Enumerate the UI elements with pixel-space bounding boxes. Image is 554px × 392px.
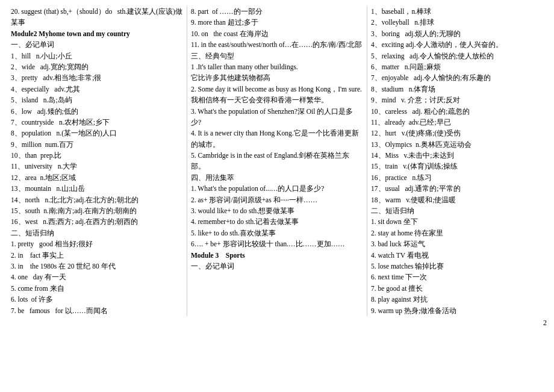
col2-usage-title: 四、用法集萃 xyxy=(191,172,363,183)
col1-entry-mountain: 13、mountain n.山;山岳 xyxy=(11,183,183,194)
col3-entry-careless: 10、careless adj. 粗心的;疏忽的 xyxy=(371,106,543,117)
col1-entry-countryside: 7、countryside n.农村地区;乡下 xyxy=(11,117,183,128)
col1-entry-south: 15、south n.南;南方;adj.在南方的;朝南的 xyxy=(11,205,183,216)
col2-entry-part: 8. part of ……的一部分 xyxy=(191,6,363,17)
col3-entry-warm: 18、warm v.使暖和;使温暖 xyxy=(371,194,543,205)
col2-vocab-title: 一、必记单词 xyxy=(191,261,363,272)
col3-phrases-title: 二、短语归纳 xyxy=(371,205,543,216)
col1-entry-island: 5、island n.岛;岛屿 xyxy=(11,95,183,105)
col1-entry-university: 11、university n.大学 xyxy=(11,161,183,172)
col3-entry-stadium: 8、stadium n.体育场 xyxy=(371,84,543,95)
col2-usage-4: 4. remember+to do sth.记着去做某事 xyxy=(191,216,363,227)
col3-entry-exciting: 4、exciting adj.令人激动的，使人兴奋的。 xyxy=(371,39,543,50)
page-number: 2 xyxy=(7,319,547,328)
col3-entry-hurt: 12、hurt v.(使)疼痛;(使)受伤 xyxy=(371,128,543,138)
col2-sentence-1b: 它比许多其他建筑物都高 xyxy=(191,72,363,83)
col1-phrases-title: 二、短语归纳 xyxy=(11,228,183,238)
col1-phrase-2: 2. in fact 事实上 xyxy=(11,250,183,261)
col1-entry-hill: 1、hill n.小山;小丘 xyxy=(11,51,183,61)
col3-entry-train: 15、train v.(体育)训练;操练 xyxy=(371,161,543,172)
col3-entry-baseball: 1、baseball，n.棒球 xyxy=(371,6,543,17)
col2-sentence-5: 5. Cambridge is in the east of England.剑… xyxy=(191,150,363,172)
col2-usage-6: 6…. + be+ 形容词比较级十 than.…比……更加…… xyxy=(191,238,363,249)
col2-entry-on-coast: 10. on the coast 在海岸边 xyxy=(191,28,363,39)
col1-entry-wide: 2、wide adj.宽的;宽阔的 xyxy=(11,61,183,72)
col3-entry-matter: 6、matter n.问题;麻烦 xyxy=(371,61,543,72)
col2-sentence-1a: 1 .It's taller than many other buildings… xyxy=(191,61,363,72)
col1-phrase-6: 6. lots of 许多 xyxy=(11,294,183,305)
col2-module3-title: Module 3 Sports xyxy=(191,250,363,261)
col1-entry-0: 20. suggest (that) sb,+（should）do sth.建议… xyxy=(11,6,183,28)
col3-phrase-1: 1. sit down 坐下 xyxy=(371,216,543,227)
col2-usage-3: 3. would like+ to do sth.想要做某事 xyxy=(191,205,363,216)
col3-phrase-4: 4. watch TV 看电视 xyxy=(371,250,543,261)
col1-phrase-1: 1. pretty good 相当好;很好 xyxy=(11,238,183,249)
col2-entry-more-than: 9. more than 超过;多于 xyxy=(191,17,363,28)
col1-phrase-3: 3. in the 1980s 在 20 世纪 80 年代 xyxy=(11,261,183,272)
col1-entry-north: 14、north n.北;北方;adj.在北方的;朝北的 xyxy=(11,194,183,205)
col3-phrase-3: 3. bad luck 坏运气 xyxy=(371,238,543,249)
col3-entry-volleyball: 2、volleyball n.排球 xyxy=(371,17,543,28)
col3-entry-usual: 17、usual adj.通常的;平常的 xyxy=(371,183,543,194)
col1-section-module2: Module2 Myhome town and my country xyxy=(11,28,183,39)
col3-entry-relaxing: 5、relaxing adj.令人愉悦的;使人放松的 xyxy=(371,51,543,61)
col1-entry-pretty: 3、pretty adv.相当地;非常;很 xyxy=(11,72,183,83)
col1-entry-million: 9、million num.百万 xyxy=(11,139,183,150)
column-1: 20. suggest (that) sb,+（should）do sth.建议… xyxy=(7,6,187,316)
col3-entry-olympics: 13、Olympics n.奥林匹克运动会 xyxy=(371,139,543,150)
col3-entry-enjoyable: 7、enjoyable adj.令人愉快的;有乐趣的 xyxy=(371,72,543,83)
col1-entry-than: 10、than prep.比 xyxy=(11,150,183,161)
col3-entry-boring: 3、boring adj.烦人的;无聊的 xyxy=(371,28,543,39)
col2-usage-5: 5. like+ to do sth.喜欢做某事 xyxy=(191,228,363,238)
col2-sentence-4: 4. It is a newer city than Hong Kong.它是一… xyxy=(191,128,363,150)
col2-sentences-title: 三、经典句型 xyxy=(191,51,363,61)
col3-entry-mind: 9、mind v. 介意；讨厌;反对 xyxy=(371,95,543,105)
col2-sentence-3: 3. What's the population of Shenzhen?深 O… xyxy=(191,106,363,128)
col3-phrase-5: 5. lose matches 输掉比赛 xyxy=(371,261,543,272)
col3-phrase-6: 6. next time 下一次 xyxy=(371,272,543,282)
col1-phrase-5: 5. come from 来自 xyxy=(11,283,183,294)
col1-vocab-title: 一、必记单词 xyxy=(11,39,183,50)
col2-sentence-2b: 我相信终有一天它会变得和香港一样繁华。 xyxy=(191,95,363,105)
col3-entry-already: 11、already adv.已经;早已 xyxy=(371,117,543,128)
col3-phrase-7: 7. be good at 擅长 xyxy=(371,283,543,294)
col1-entry-low: 6、low adj.矮的;低的 xyxy=(11,106,183,117)
col3-phrase-2: 2. stay at home 待在家里 xyxy=(371,228,543,238)
col1-entry-especially: 4、especially adv.尤其 xyxy=(11,84,183,95)
col3-phrase-8: 8. play against 对抗 xyxy=(371,294,543,305)
col2-usage-1: 1. What's the population of...…的人口是多少? xyxy=(191,183,363,194)
col3-phrase-9: 9. warm up 热身;做准备活动 xyxy=(371,305,543,316)
col1-entry-area: 12、area n.地区;区域 xyxy=(11,172,183,183)
col2-usage-2: 2. as+ 形容词/副词原级+as 和·····一样…… xyxy=(191,194,363,205)
column-3: 1、baseball，n.棒球 2、volleyball n.排球 3、bori… xyxy=(367,6,547,316)
col2-entry-direction: 11. in the east/south/west/north of…在……的… xyxy=(191,39,363,50)
page-container: 20. suggest (that) sb,+（should）do sth.建议… xyxy=(7,6,547,316)
col2-sentence-2a: 2. Some day it will become as busy as Ho… xyxy=(191,84,363,95)
col1-phrase-7: 7. be famous for 以……而闻名 xyxy=(11,305,183,316)
col1-entry-population: 8、population n.(某一地区的)人口 xyxy=(11,128,183,138)
col1-phrase-4: 4. one day 有一天 xyxy=(11,272,183,282)
col3-entry-miss: 14、Miss v.未击中;未达到 xyxy=(371,150,543,161)
col3-entry-practice: 16、practice n.练习 xyxy=(371,172,543,183)
col1-entry-west: 16、west n.西;西方; adj.在西方的;朝西的 xyxy=(11,216,183,227)
column-2: 8. part of ……的一部分 9. more than 超过;多于 10.… xyxy=(187,6,367,316)
